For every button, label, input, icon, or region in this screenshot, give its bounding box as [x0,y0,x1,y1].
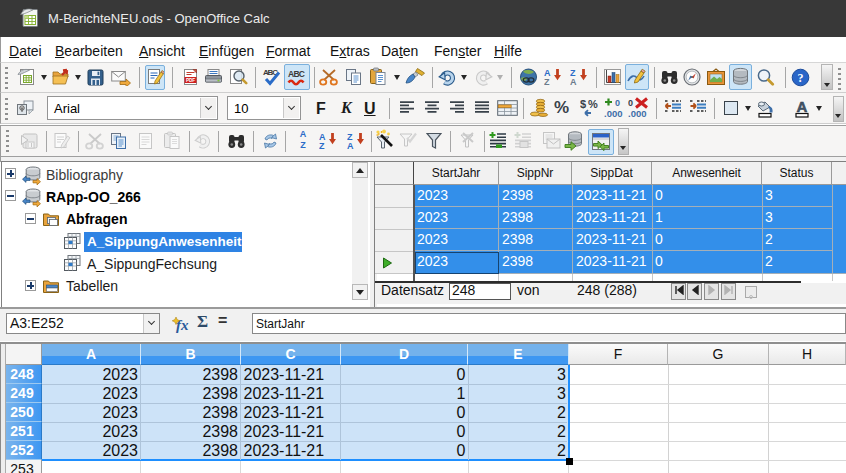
svg-text:A: A [797,98,808,115]
svg-text:A: A [347,141,354,151]
svg-text:?: ? [798,71,804,85]
svg-text:$: $ [580,98,586,110]
svg-text:0: 0 [615,98,620,108]
svg-text:Z: Z [570,68,576,78]
svg-text:0: 0 [628,98,633,108]
svg-text:.000: .000 [604,108,623,119]
svg-text:%: % [588,98,598,110]
svg-text:Z: Z [347,132,353,142]
svg-text:A: A [544,68,551,78]
svg-text:fx: fx [176,317,189,333]
svg-text:A: A [570,77,577,87]
svg-text:A: A [319,132,326,142]
svg-text:Z: Z [544,77,550,87]
svg-text:Z: Z [319,141,325,151]
svg-text:.000: .000 [628,108,647,119]
svg-text:PDF: PDF [186,78,195,83]
svg-text:ABC: ABC [288,69,305,79]
